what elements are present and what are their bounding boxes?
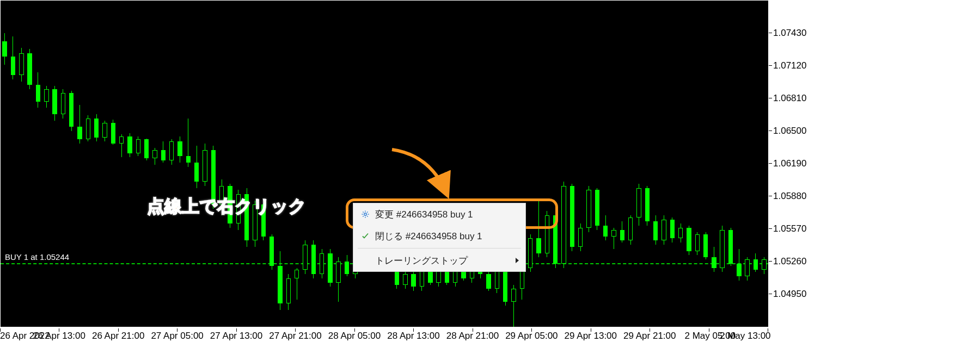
candle [77, 105, 82, 144]
candle [553, 213, 558, 268]
check-icon [361, 232, 370, 240]
candle [194, 146, 199, 188]
menu-item-close[interactable]: 閉じる #246634958 buy 1 [353, 225, 525, 247]
candle [345, 255, 349, 276]
x-tick-label: 28 Apr 21:00 [446, 331, 499, 341]
menu-item-label: トレーリングストップ [375, 254, 468, 267]
candle [411, 272, 415, 291]
candle [94, 114, 99, 141]
candle [336, 257, 340, 301]
context-menu: 変更 #246634958 buy 1 閉じる #246634958 buy 1… [353, 203, 526, 272]
candle [578, 223, 583, 251]
svg-point-0 [364, 213, 366, 215]
candle [303, 240, 307, 274]
entry-label: BUY 1 at 1.05244 [4, 252, 70, 262]
candle [620, 221, 624, 243]
candle [661, 215, 666, 245]
y-tick-label: 1.05880 [773, 191, 806, 202]
candle [536, 198, 541, 257]
candle [561, 182, 566, 268]
candle [737, 249, 741, 281]
y-tick-label: 1.05260 [773, 256, 806, 267]
candle [570, 184, 574, 251]
x-tick-label: 26 Apr 13:00 [33, 331, 85, 341]
x-tick-label: 29 Apr 13:00 [565, 331, 617, 341]
candle [720, 226, 724, 272]
candle [136, 136, 140, 157]
candle [161, 141, 166, 163]
candle [678, 223, 683, 243]
candle [695, 232, 700, 256]
candle [86, 115, 90, 141]
candle [286, 274, 291, 310]
candle [311, 240, 316, 278]
candle [119, 134, 124, 158]
candle [270, 234, 274, 270]
x-axis: 26 Apr 202226 Apr 13:0026 Apr 21:0027 Ap… [0, 328, 768, 348]
candle [586, 186, 591, 232]
candle [403, 272, 407, 289]
y-tick-label: 1.07430 [773, 28, 806, 39]
x-tick-label: 29 Apr 21:00 [623, 331, 676, 341]
candle [762, 257, 766, 274]
x-tick-label: 27 Apr 13:00 [210, 331, 262, 341]
candle [687, 226, 691, 255]
menu-item-label: 変更 #246634958 buy 1 [375, 208, 473, 221]
y-tick-label: 1.06190 [773, 158, 806, 169]
candle [645, 186, 650, 226]
candle [11, 36, 15, 79]
menu-item-modify[interactable]: 変更 #246634958 buy 1 [353, 203, 525, 225]
y-tick-label: 1.07120 [773, 60, 806, 71]
y-tick-label: 1.05570 [773, 223, 806, 234]
candle [102, 121, 107, 142]
candle [653, 215, 658, 245]
x-tick-label: 28 Apr 05:00 [328, 331, 381, 341]
candle [144, 139, 149, 161]
gear-icon [361, 210, 370, 219]
candle [36, 72, 40, 108]
candle [595, 188, 599, 230]
candle [295, 268, 299, 300]
candle [177, 136, 182, 163]
candle [703, 232, 708, 259]
x-tick-label: 2 May 13:00 [720, 331, 771, 341]
candle [186, 119, 191, 167]
candle [511, 285, 516, 327]
y-tick-label: 1.06500 [773, 126, 806, 136]
candle [712, 247, 716, 272]
candle [545, 211, 549, 257]
candle [328, 249, 332, 287]
candle [628, 215, 633, 245]
menu-item-trailing-stop[interactable]: トレーリングストップ [353, 250, 525, 271]
candle [152, 148, 157, 165]
candle [636, 184, 641, 226]
candlestick-chart[interactable]: BUY 1 at 1.05244 [0, 0, 769, 327]
y-tick-label: 1.04950 [773, 289, 806, 300]
annotation-text: 点線上で右クリック [147, 195, 307, 219]
menu-separator [358, 248, 521, 248]
candle [603, 215, 608, 240]
candle [169, 139, 174, 164]
candle [111, 120, 115, 145]
candle [486, 272, 491, 291]
chevron-right-icon [516, 258, 519, 263]
candle [203, 144, 207, 185]
candle [728, 228, 733, 266]
x-tick-label: 28 Apr 13:00 [387, 331, 439, 341]
candle [127, 133, 132, 158]
candle [44, 86, 48, 108]
x-tick-label: 29 Apr 05:00 [505, 331, 558, 341]
candle [61, 89, 65, 119]
x-tick-label: 27 Apr 05:00 [151, 331, 203, 341]
y-tick-label: 1.06810 [773, 93, 806, 104]
candle [320, 249, 324, 278]
candle [611, 228, 616, 249]
x-tick-label: 27 Apr 21:00 [269, 331, 321, 341]
y-axis: 1.074301.071201.068101.065001.061901.058… [769, 0, 823, 326]
menu-item-label: 閉じる #246634958 buy 1 [375, 230, 482, 243]
candle [745, 257, 749, 281]
candle [52, 86, 57, 121]
candle [19, 48, 23, 82]
candle [27, 49, 32, 89]
candle [754, 253, 758, 272]
